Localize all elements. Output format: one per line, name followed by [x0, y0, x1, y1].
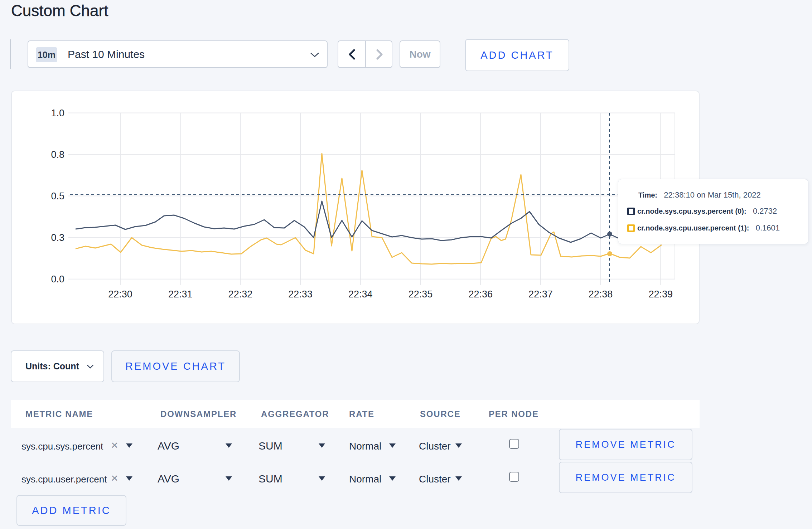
svg-text:22:37: 22:37: [528, 289, 553, 300]
svg-text:22:39: 22:39: [649, 289, 673, 300]
svg-text:22:36: 22:36: [468, 289, 493, 300]
svg-text:0.3: 0.3: [51, 232, 64, 243]
svg-text:22:38: 22:38: [589, 289, 613, 300]
svg-text:0.0: 0.0: [51, 274, 64, 285]
svg-text:22:32: 22:32: [228, 289, 253, 300]
svg-text:22:34: 22:34: [348, 289, 373, 300]
svg-text:0.5: 0.5: [51, 191, 64, 202]
svg-text:22:33: 22:33: [288, 289, 313, 300]
svg-text:22:35: 22:35: [409, 289, 433, 300]
svg-text:1.0: 1.0: [51, 108, 64, 118]
svg-text:0.8: 0.8: [51, 149, 64, 160]
svg-text:22:30: 22:30: [108, 289, 132, 300]
svg-text:22:31: 22:31: [168, 289, 193, 300]
